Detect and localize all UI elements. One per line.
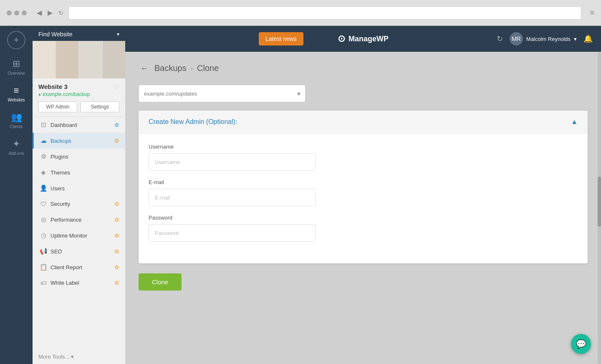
sidebar-item-label-addons: Add-ons <box>8 151 24 156</box>
seo-gear-icon: ⚙ <box>114 248 119 255</box>
nav-item-label-white-label: White Label <box>51 280 79 286</box>
nav-item-label-client-report: Client Report <box>51 264 82 270</box>
chat-widget-button[interactable]: 💬 <box>571 334 591 354</box>
destination-select[interactable]: example.com/updates example.com/staging <box>139 85 306 102</box>
nav-item-performance[interactable]: ◎ Performance ⚙ <box>33 212 125 228</box>
white-label-nav-icon: 🏷 <box>40 279 47 286</box>
clone-button[interactable]: Clone <box>139 273 182 291</box>
thumb-cell-4 <box>103 41 125 78</box>
card-title: Create New Admin (Optional): <box>149 118 237 126</box>
scrollbar[interactable] <box>598 52 601 364</box>
username-group: Username <box>149 144 578 171</box>
destination-wrapper: example.com/updates example.com/staging … <box>139 85 306 102</box>
username-input[interactable] <box>149 153 316 171</box>
latest-news-button[interactable]: Latest news <box>259 32 303 46</box>
nav-item-seo[interactable]: 📢 SEO ⚙ <box>33 243 125 259</box>
nav-item-label-security: Security <box>51 201 70 207</box>
forward-button[interactable]: ▶ <box>46 7 54 18</box>
nav-item-backups[interactable]: ☁ Backups ⚙ <box>33 133 125 149</box>
nav-item-label-plugins: Plugins <box>51 154 68 160</box>
card-collapse-button[interactable]: ▲ <box>571 118 578 126</box>
nav-item-client-report[interactable]: 📋 Client Report ⚙ <box>33 259 125 275</box>
nav-item-users[interactable]: 👤 Users <box>33 180 125 196</box>
browser-nav: ◀ ▶ ↻ <box>35 7 63 18</box>
clients-icon: 👥 <box>11 112 22 123</box>
security-nav-icon: 🛡 <box>40 200 47 207</box>
find-website-label: Find Website <box>38 31 114 38</box>
traffic-light-1 <box>7 10 12 15</box>
refresh-button[interactable]: ↻ <box>497 34 503 43</box>
sidebar-item-websites[interactable]: ≡ Websites <box>4 81 29 106</box>
nav-item-uptime-monitor[interactable]: ◷ Uptime Monitor ⚙ <box>33 228 125 243</box>
white-label-gear-icon: ⚙ <box>114 280 119 286</box>
site-name: Website 3 <box>38 83 68 90</box>
email-group: E-mail <box>149 179 578 206</box>
more-tools-label: More Tools... <box>38 354 69 360</box>
breadcrumb-separator: › <box>191 65 193 72</box>
sidebar-item-overview[interactable]: ⊞ Overview <box>4 54 29 79</box>
password-group: Password <box>149 215 578 242</box>
overview-icon: ⊞ <box>13 58 20 69</box>
user-menu[interactable]: MR Malcolm Reynolds ▾ <box>510 32 577 46</box>
card-header: Create New Admin (Optional): ▲ <box>139 111 588 134</box>
nav-item-security[interactable]: 🛡 Security ⚙ <box>33 196 125 212</box>
site-thumbnail <box>33 41 125 78</box>
traffic-light-3 <box>22 10 27 15</box>
add-site-button[interactable]: + <box>7 31 25 49</box>
backups-nav-icon: ☁ <box>40 137 47 144</box>
nav-item-themes[interactable]: ◈ Themes <box>33 164 125 180</box>
websites-icon: ≡ <box>14 85 19 96</box>
client-report-gear-icon: ⚙ <box>114 264 119 270</box>
user-avatar: MR <box>510 32 523 46</box>
find-website-arrow-icon: ▾ <box>117 31 119 37</box>
uptime-gear-icon: ⚙ <box>114 233 119 239</box>
sidebar-item-label-clients: Clients <box>10 124 23 129</box>
nav-item-label-dashboard: Dashboard <box>51 122 77 128</box>
site-panel-header: Find Website ▾ <box>33 26 125 41</box>
site-status-dot: ● <box>38 92 41 97</box>
password-input[interactable] <box>149 224 316 242</box>
more-tools-arrow-icon: ▾ <box>71 354 74 360</box>
nav-item-label-seo: SEO <box>51 248 62 255</box>
username-label: Username <box>149 144 578 150</box>
plugins-nav-icon: ⚙ <box>40 153 47 160</box>
left-sidebar: + ⊞ Overview ≡ Websites 👥 Clients ✦ Add-… <box>0 26 33 364</box>
scrollbar-thumb[interactable] <box>598 177 601 227</box>
notifications-button[interactable]: 🔔 <box>583 34 593 43</box>
performance-gear-icon: ⚙ <box>114 217 119 223</box>
browser-refresh-button[interactable]: ↻ <box>58 10 63 16</box>
nav-item-plugins[interactable]: ⚙ Plugins <box>33 149 125 164</box>
breadcrumb-parent: Backups <box>154 63 187 73</box>
more-tools-button[interactable]: More Tools... ▾ <box>33 349 125 364</box>
performance-nav-icon: ◎ <box>40 216 47 223</box>
logo-text: ManageWP <box>348 35 389 43</box>
content-body: ← Backups › Clone example.com/updates ex… <box>125 52 601 364</box>
back-button[interactable]: ← <box>139 62 150 75</box>
nav-item-white-label[interactable]: 🏷 White Label ⚙ <box>33 275 125 291</box>
sidebar-item-label-websites: Websites <box>8 98 25 102</box>
top-bar-logo: ⊙ ManageWP <box>338 33 389 44</box>
browser-menu-icon[interactable]: ≡ <box>590 8 594 17</box>
security-gear-icon: ⚙ <box>114 201 119 207</box>
email-input[interactable] <box>149 189 316 206</box>
site-nav: ⊡ Dashboard ⚙ ☁ Backups ⚙ ⚙ Plugins ◈ Th… <box>33 117 125 349</box>
sidebar-item-clients[interactable]: 👥 Clients <box>4 108 29 133</box>
traffic-lights <box>7 10 27 15</box>
back-button[interactable]: ◀ <box>35 7 43 18</box>
sidebar-item-addons[interactable]: ✦ Add-ons <box>4 134 29 159</box>
site-star-button[interactable]: ☆ <box>114 83 119 91</box>
nav-item-label-backups: Backups <box>51 138 71 144</box>
create-admin-card: Create New Admin (Optional): ▲ Username … <box>139 111 588 263</box>
wp-admin-button[interactable]: WP Admin <box>38 101 77 112</box>
seo-nav-icon: 📢 <box>40 248 47 255</box>
user-name: Malcolm Reynolds <box>526 36 571 42</box>
settings-button[interactable]: Settings <box>81 101 119 112</box>
thumb-cell-2 <box>56 41 78 78</box>
top-bar: Latest news ⊙ ManageWP ↻ MR Malcolm Reyn… <box>125 26 601 52</box>
site-url-text: example.com/backup <box>43 91 90 97</box>
nav-item-dashboard[interactable]: ⊡ Dashboard ⚙ <box>33 117 125 133</box>
url-bar[interactable] <box>68 6 581 20</box>
email-label: E-mail <box>149 179 578 185</box>
client-report-nav-icon: 📋 <box>40 263 47 271</box>
dashboard-gear-icon: ⚙ <box>114 122 119 128</box>
